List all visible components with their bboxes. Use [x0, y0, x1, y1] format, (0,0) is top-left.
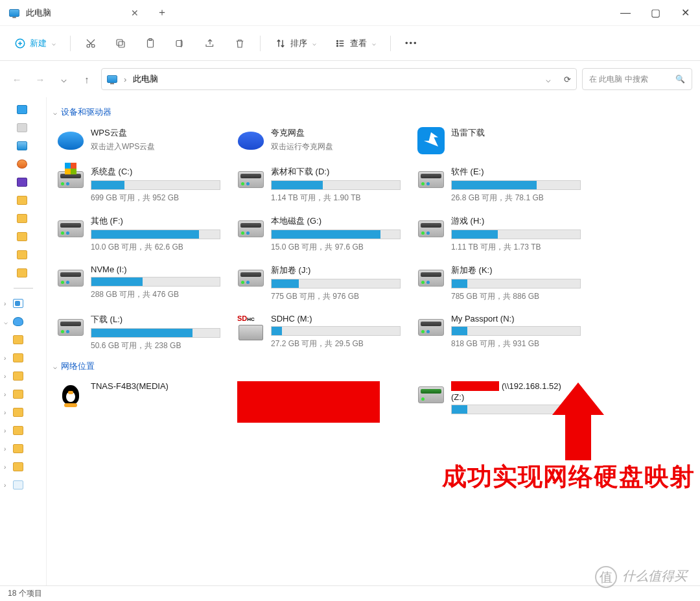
close-window-button[interactable]: ✕ [670, 0, 700, 25]
paste-icon [145, 38, 156, 49]
cloud-drive-item[interactable]: 夸克网盘双击运行夸克网盘 [233, 124, 414, 157]
svg-point-8 [337, 40, 338, 41]
group-devices-header[interactable]: ⌵ 设备和驱动器 [53, 106, 692, 118]
tab-title: 此电脑 [26, 7, 51, 19]
usage-bar [451, 279, 581, 289]
drive-item[interactable]: 其他 (F:)10.0 GB 可用，共 62.6 GB [53, 213, 233, 255]
nav-back-button[interactable]: ← [8, 70, 26, 88]
usage-bar [271, 230, 401, 239]
sidebar-item-folder[interactable]: › [0, 405, 46, 419]
drive-name: My Passport (N:) [451, 314, 590, 324]
sidebar-item-pictures[interactable] [5, 139, 41, 153]
drive-free-space: 15.0 GB 可用，共 97.6 GB [271, 242, 410, 253]
drive-item[interactable]: 新加卷 (J:)775 GB 可用，共 976 GB [233, 262, 414, 305]
sidebar-item-folder[interactable]: › [0, 369, 46, 383]
drive-item[interactable]: 软件 (E:)26.8 GB 可用，共 78.1 GB [414, 163, 594, 206]
disk-icon [418, 220, 444, 237]
drive-item[interactable]: 系统盘 (C:)699 GB 可用，共 952 GB [53, 163, 233, 206]
cloud-drive-item[interactable]: WPS云盘双击进入WPS云盘 [53, 124, 233, 157]
rename-button[interactable] [168, 34, 192, 53]
refresh-button[interactable]: ⟳ [564, 75, 571, 84]
more-button[interactable]: ••• [399, 34, 425, 52]
sidebar-item-folder[interactable]: › [0, 423, 46, 438]
drive-item[interactable]: 新加卷 (K:)785 GB 可用，共 886 GB [414, 262, 594, 305]
address-bar[interactable]: › 此电脑 ⌵ ⟳ [101, 68, 577, 90]
drive-item[interactable]: My Passport (N:)818 GB 可用，共 931 GB [414, 311, 594, 354]
sidebar-separator [14, 288, 33, 289]
drive-name: SDHC (M:) [271, 314, 410, 324]
sidebar-item-folder[interactable] [5, 248, 41, 262]
cloud-drive-item[interactable]: 迅雷下载 [414, 124, 594, 157]
sidebar-item-videos[interactable] [5, 175, 41, 189]
sidebar: › ⌵ › › › › › › › › [0, 97, 47, 585]
copy-button[interactable] [108, 34, 133, 53]
address-dropdown-icon[interactable]: ⌵ [546, 75, 551, 84]
nav-up-button[interactable]: ↑ [78, 70, 96, 88]
sidebar-item-folder[interactable] [5, 193, 41, 207]
drive-free-space: 288 GB 可用，共 476 GB [91, 289, 229, 300]
network-drive-redacted[interactable] [233, 379, 414, 425]
new-button[interactable]: 新建 ⌵ [8, 34, 62, 53]
drive-name: 软件 (E:) [451, 166, 590, 178]
sidebar-item-music[interactable] [5, 157, 41, 171]
cloud-drive-grid: WPS云盘双击进入WPS云盘夸克网盘双击运行夸克网盘迅雷下载 [53, 124, 692, 157]
watermark: 值什么值得买 [595, 566, 687, 588]
minimize-button[interactable]: — [611, 0, 640, 25]
breadcrumb[interactable]: 此电脑 [133, 73, 158, 85]
sidebar-item-folder[interactable]: › [0, 460, 46, 474]
svg-point-9 [337, 43, 338, 44]
window-tab[interactable]: 此电脑 ✕ [0, 0, 149, 25]
redacted-block [451, 381, 499, 391]
usage-bar [451, 230, 581, 239]
group-network-header[interactable]: ⌵ 网络位置 [53, 360, 692, 372]
drive-subtitle: 双击进入WPS云盘 [91, 141, 229, 152]
drive-item[interactable]: 游戏 (H:)1.11 TB 可用，共 1.73 TB [414, 213, 594, 255]
sidebar-item-folder[interactable] [5, 211, 41, 226]
drive-grid: 系统盘 (C:)699 GB 可用，共 952 GB素材和下载 (D:)1.14… [53, 163, 692, 354]
sidebar-item-folder[interactable]: › [0, 387, 46, 401]
drive-item[interactable]: NVMe (I:)288 GB 可用，共 476 GB [53, 262, 233, 305]
drive-free-space: 785 GB 可用，共 886 GB [451, 291, 590, 302]
sidebar-item-documents[interactable] [5, 121, 41, 135]
drive-item[interactable]: 本地磁盘 (G:)15.0 GB 可用，共 97.6 GB [233, 213, 414, 255]
sidebar-item-folder[interactable] [0, 333, 46, 347]
sidebar-item-folder[interactable]: › [0, 351, 46, 365]
sdhc-icon: SDHC [237, 314, 264, 340]
group-network-label: 网络位置 [61, 360, 95, 372]
view-button[interactable]: 查看 ⌵ [328, 34, 382, 53]
search-input[interactable]: 在 此电脑 中搜索 🔍 [582, 68, 692, 90]
sidebar-item-folder[interactable] [5, 266, 41, 280]
sidebar-item-folder[interactable]: › [0, 442, 46, 456]
delete-button[interactable] [228, 34, 252, 53]
close-tab-icon[interactable]: ✕ [131, 8, 139, 18]
drive-name: WPS云盘 [91, 127, 229, 139]
drive-item[interactable]: 下载 (L:)50.6 GB 可用，共 238 GB [53, 311, 233, 354]
cut-button[interactable] [78, 34, 103, 53]
annotation-text: 成功实现网络硬盘映射 [442, 460, 695, 493]
sidebar-item-cloud[interactable]: ⌵ [0, 314, 46, 329]
view-label: 查看 [350, 38, 367, 49]
paste-button[interactable] [138, 34, 163, 53]
sidebar-item-onedrive[interactable]: › [0, 296, 46, 311]
usage-bar [451, 326, 581, 336]
search-icon: 🔍 [675, 75, 685, 84]
nav-recent-button[interactable]: ⌵ [54, 70, 73, 88]
nav-forward-button[interactable]: → [31, 70, 49, 88]
wps-cloud-icon [58, 132, 84, 150]
maximize-button[interactable]: ▢ [640, 0, 670, 25]
new-tab-button[interactable]: ＋ [149, 0, 175, 25]
titlebar: 此电脑 ✕ ＋ — ▢ ✕ [0, 0, 700, 26]
chevron-down-icon: ⌵ [52, 40, 56, 47]
svg-rect-3 [119, 41, 124, 47]
xunlei-icon [417, 127, 445, 154]
share-button[interactable] [198, 34, 222, 53]
sidebar-item-folder[interactable] [5, 230, 41, 244]
drive-item[interactable]: 素材和下载 (D:)1.14 TB 可用，共 1.90 TB [233, 163, 414, 206]
sidebar-item-folder[interactable]: › [0, 478, 46, 492]
quark-cloud-icon [238, 132, 264, 150]
tux-icon [57, 381, 84, 408]
sort-button[interactable]: 排序 ⌵ [268, 34, 323, 53]
drive-item[interactable]: SDHCSDHC (M:)27.2 GB 可用，共 29.5 GB [233, 311, 414, 354]
network-drive-tnas[interactable]: TNAS-F4B3(MEDIA) [53, 379, 233, 425]
sidebar-item-desktop[interactable] [5, 102, 41, 117]
